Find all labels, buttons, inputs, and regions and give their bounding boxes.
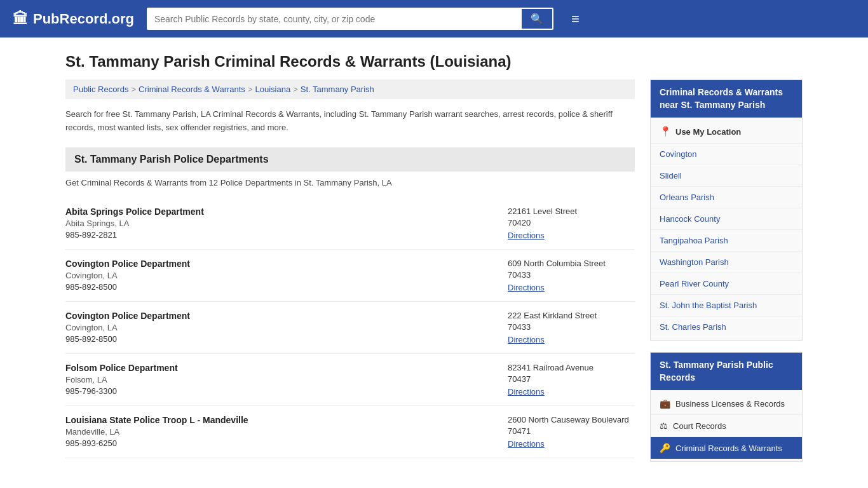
sidebar: Criminal Records & Warrants near St. Tam… (650, 79, 803, 473)
sidebar-nearby-item[interactable]: 📍Use My Location (651, 120, 802, 144)
breadcrumb-public-records[interactable]: Public Records (73, 85, 128, 94)
directions-link[interactable]: Directions (508, 231, 545, 240)
dept-zip: 70433 (508, 270, 635, 280)
dept-directions[interactable]: Directions (508, 386, 635, 396)
directions-link[interactable]: Directions (508, 335, 545, 344)
logo-text: PubRecord.org (33, 11, 134, 27)
pub-records-icon: 💼 (660, 398, 670, 409)
sidebar-item-label: Orleans Parish (660, 193, 714, 202)
sidebar-item-label: St. Charles Parish (660, 322, 726, 332)
dept-phone: 985-796-3300 (65, 386, 508, 396)
site-logo[interactable]: 🏛 PubRecord.org (13, 10, 134, 28)
location-icon: 📍 (660, 126, 672, 137)
dept-name: Covington Police Department (65, 311, 508, 321)
search-bar: 🔍 (147, 8, 553, 30)
sidebar-item-label: Use My Location (675, 127, 741, 137)
sidebar-nearby-item[interactable]: Tangipahoa Parish (651, 230, 802, 252)
dept-address: 609 North Columbia Street (508, 259, 635, 268)
section-header: St. Tammany Parish Police Departments (65, 147, 635, 172)
dept-info: Covington Police Department Covington, L… (65, 311, 508, 344)
menu-icon: ≡ (571, 11, 580, 27)
nearby-content: 📍Use My LocationCovingtonSlidellOrleans … (651, 118, 802, 340)
table-row: Abita Springs Police Department Abita Sp… (65, 198, 635, 250)
dept-info: Covington Police Department Covington, L… (65, 259, 508, 292)
section-count: Get Criminal Records & Warrants from 12 … (65, 178, 635, 187)
dept-name: Abita Springs Police Department (65, 207, 508, 217)
dept-phone: 985-893-6250 (65, 438, 508, 448)
search-button[interactable]: 🔍 (520, 8, 553, 30)
sidebar-item-label: St. John the Baptist Parish (660, 301, 757, 310)
breadcrumb-criminal-records[interactable]: Criminal Records & Warrants (139, 85, 245, 94)
dept-address-block: 22161 Level Street 70420 Directions (508, 207, 635, 240)
breadcrumb-louisiana[interactable]: Louisiana (255, 85, 290, 94)
department-list: Abita Springs Police Department Abita Sp… (65, 198, 635, 458)
directions-link[interactable]: Directions (508, 283, 545, 292)
sidebar-nearby-item[interactable]: Hancock County (651, 208, 802, 230)
sidebar-nearby-item[interactable]: Slidell (651, 165, 802, 187)
pub-records-icon: 🔑 (660, 443, 670, 453)
sidebar-nearby-item[interactable]: St. Charles Parish (651, 316, 802, 337)
sidebar-nearby-item[interactable]: St. John the Baptist Parish (651, 295, 802, 316)
dept-info: Abita Springs Police Department Abita Sp… (65, 207, 508, 240)
breadcrumb-sep-3: > (293, 85, 298, 94)
breadcrumb-st-tammany[interactable]: St. Tammany Parish (301, 85, 374, 94)
table-row: Covington Police Department Covington, L… (65, 250, 635, 302)
page-title: St. Tammany Parish Criminal Records & Wa… (65, 53, 803, 71)
dept-info: Folsom Police Department Folsom, LA 985-… (65, 363, 508, 396)
sidebar-item-label: Covington (660, 149, 697, 159)
sidebar-item-label: Tangipahoa Parish (660, 236, 728, 245)
dept-zip: 70433 (508, 322, 635, 332)
breadcrumb: Public Records > Criminal Records & Warr… (65, 79, 635, 99)
nearby-box: Criminal Records & Warrants near St. Tam… (650, 79, 803, 341)
sidebar-item-label: Washington Parish (660, 257, 729, 267)
breadcrumb-sep-2: > (248, 85, 253, 94)
sidebar-nearby-item[interactable]: Pearl River County (651, 273, 802, 295)
directions-link[interactable]: Directions (508, 387, 545, 396)
dept-name: Covington Police Department (65, 259, 508, 269)
page-wrap: St. Tammany Parish Criminal Records & Wa… (53, 37, 815, 488)
dept-zip: 70437 (508, 374, 635, 384)
sidebar-item-label: Pearl River County (660, 279, 729, 288)
site-header: 🏛 PubRecord.org 🔍 ≡ (0, 0, 868, 37)
dept-address-block: 82341 Railroad Avenue 70437 Directions (508, 363, 635, 396)
sidebar-item-label: Hancock County (660, 214, 720, 224)
dept-directions[interactable]: Directions (508, 334, 635, 344)
page-description: Search for free St. Tammany Parish, LA C… (65, 108, 635, 135)
dept-address-block: 222 East Kirkland Street 70433 Direction… (508, 311, 635, 344)
dept-city: Mandeville, LA (65, 427, 508, 437)
main-content: Public Records > Criminal Records & Warr… (65, 79, 635, 458)
sidebar-pub-records-item[interactable]: 💼Business Licenses & Records (651, 393, 802, 415)
dept-phone: 985-892-2821 (65, 230, 508, 240)
public-records-content: 💼Business Licenses & Records⚖Court Recor… (651, 390, 802, 461)
dept-name: Louisiana State Police Troop L - Mandevi… (65, 415, 508, 425)
search-input[interactable] (147, 8, 520, 30)
dept-city: Covington, LA (65, 271, 508, 280)
sidebar-item-label: Slidell (660, 171, 682, 180)
sidebar-pub-label: Court Records (673, 421, 726, 431)
sidebar-pub-label: Business Licenses & Records (675, 399, 785, 409)
dept-city: Abita Springs, LA (65, 219, 508, 228)
sidebar-nearby-item[interactable]: Washington Parish (651, 252, 802, 273)
dept-address-block: 2600 North Causeway Boulevard 70471 Dire… (508, 415, 635, 449)
search-icon: 🔍 (531, 13, 543, 24)
dept-info: Louisiana State Police Troop L - Mandevi… (65, 415, 508, 448)
menu-button[interactable]: ≡ (571, 11, 580, 27)
sidebar-nearby-item[interactable]: Covington (651, 144, 802, 165)
sidebar-pub-label: Criminal Records & Warrants (675, 444, 782, 453)
sidebar-nearby-item[interactable]: Orleans Parish (651, 187, 802, 208)
pub-records-icon: ⚖ (660, 421, 668, 431)
dept-directions[interactable]: Directions (508, 438, 635, 449)
dept-directions[interactable]: Directions (508, 230, 635, 240)
table-row: Folsom Police Department Folsom, LA 985-… (65, 354, 635, 406)
sidebar-pub-records-item[interactable]: 🔑Criminal Records & Warrants (651, 437, 802, 459)
dept-zip: 70471 (508, 426, 635, 436)
dept-city: Folsom, LA (65, 375, 508, 384)
content-row: Public Records > Criminal Records & Warr… (65, 79, 803, 473)
dept-address: 22161 Level Street (508, 207, 635, 216)
dept-directions[interactable]: Directions (508, 282, 635, 292)
dept-city: Covington, LA (65, 323, 508, 332)
dept-phone: 985-892-8500 (65, 282, 508, 292)
logo-icon: 🏛 (13, 10, 28, 28)
directions-link[interactable]: Directions (508, 439, 545, 449)
sidebar-pub-records-item[interactable]: ⚖Court Records (651, 415, 802, 437)
